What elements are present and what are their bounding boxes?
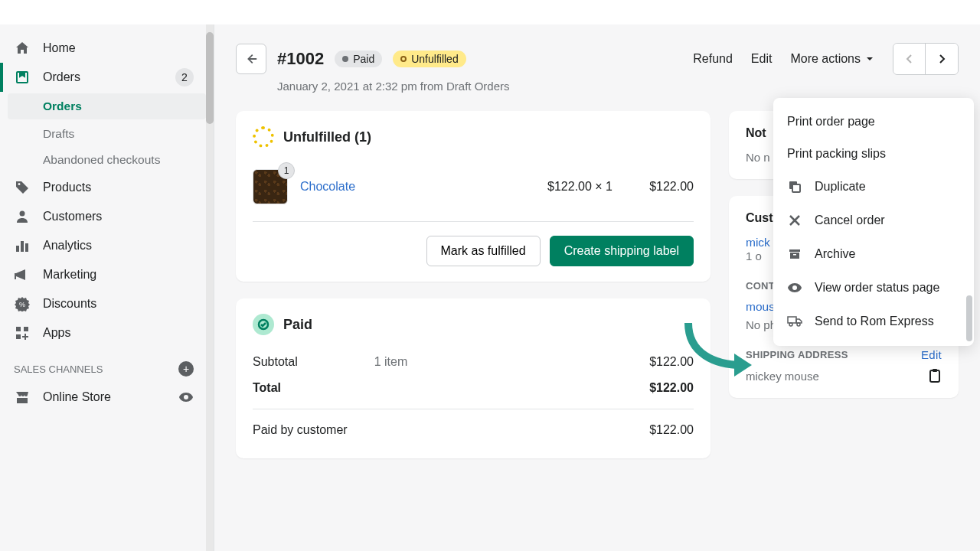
unfulfilled-title: Unfulfilled (1) <box>283 129 371 145</box>
svg-rect-13 <box>933 369 937 372</box>
eye-icon <box>787 280 802 295</box>
sidebar-item-label: Marketing <box>43 268 96 282</box>
paid-badge: Paid <box>335 51 382 67</box>
svg-point-21 <box>797 323 800 326</box>
close-icon <box>787 213 802 228</box>
sidebar-item-marketing[interactable]: Marketing <box>0 260 214 289</box>
svg-point-1 <box>20 211 25 217</box>
svg-point-20 <box>789 323 792 326</box>
discount-icon: % <box>14 295 31 312</box>
tag-icon <box>14 179 31 196</box>
svg-rect-8 <box>16 334 21 339</box>
dropdown-print-order[interactable]: Print order page <box>773 106 974 138</box>
sidebar-item-label: Discounts <box>43 297 96 311</box>
svg-rect-2 <box>16 246 19 252</box>
create-shipping-label-button[interactable]: Create shipping label <box>550 236 694 266</box>
grid-icon <box>14 324 31 341</box>
home-icon <box>14 40 31 57</box>
truck-icon <box>787 314 802 329</box>
unit-price: $122.00 × 1 <box>547 180 612 194</box>
sidebar-item-discounts[interactable]: % Discounts <box>0 289 214 318</box>
paid-by-row: Paid by customer $122.00 <box>253 409 694 443</box>
sidebar-item-products[interactable]: Products <box>0 173 214 202</box>
svg-rect-16 <box>789 249 800 252</box>
megaphone-icon <box>14 266 31 283</box>
line-total: $122.00 <box>625 180 694 194</box>
sidebar-item-label: Orders <box>43 70 80 84</box>
dropdown-view-status[interactable]: View order status page <box>773 271 974 305</box>
unfulfilled-card: Unfulfilled (1) 1 Chocolate $122.00 × 1 … <box>236 111 710 282</box>
sidebar: Home Orders 2 Orders Drafts Abandoned ch… <box>0 24 214 551</box>
sidebar-item-analytics[interactable]: Analytics <box>0 231 214 260</box>
sidebar-sub-drafts[interactable]: Drafts <box>0 121 214 147</box>
add-channel-icon[interactable]: + <box>178 361 194 377</box>
order-timestamp: January 2, 2021 at 2:32 pm from Draft Or… <box>277 80 959 93</box>
eye-icon[interactable] <box>178 390 194 405</box>
bars-icon <box>14 237 31 254</box>
store-icon <box>14 389 31 406</box>
shipping-edit-link[interactable]: Edit <box>921 348 942 361</box>
qty-badge: 1 <box>278 162 295 179</box>
sidebar-item-label: Products <box>43 181 91 194</box>
shipping-name: mickey mouse <box>746 370 819 383</box>
svg-rect-12 <box>930 370 939 382</box>
svg-rect-6 <box>16 327 21 331</box>
sidebar-item-online-store[interactable]: Online Store <box>0 383 214 412</box>
orders-icon <box>14 69 31 86</box>
more-actions-dropdown: Print order page Print packing slips Dup… <box>773 98 974 346</box>
paid-card: Paid Subtotal 1 item $122.00 Total $122.… <box>236 298 710 458</box>
svg-text:%: % <box>19 301 25 308</box>
order-number: #1002 <box>277 49 324 69</box>
svg-rect-3 <box>21 241 24 252</box>
refund-action[interactable]: Refund <box>693 52 733 66</box>
dropdown-scrollbar[interactable] <box>966 103 972 341</box>
sidebar-item-label: Apps <box>43 326 70 340</box>
line-item: 1 Chocolate $122.00 × 1 $122.00 <box>253 161 694 222</box>
sidebar-item-apps[interactable]: Apps <box>0 318 214 347</box>
order-header: #1002 Paid Unfulfilled Refund Edit More … <box>236 43 959 75</box>
back-button[interactable] <box>236 44 266 74</box>
total-row: Total $122.00 <box>253 375 694 401</box>
svg-rect-7 <box>24 327 28 331</box>
svg-rect-15 <box>792 184 800 192</box>
svg-rect-4 <box>25 243 28 252</box>
sidebar-sub-abandoned[interactable]: Abandoned checkouts <box>0 147 214 173</box>
paid-title: Paid <box>283 317 312 333</box>
sidebar-scrollbar[interactable] <box>206 24 214 551</box>
svg-rect-18 <box>793 254 796 256</box>
svg-rect-17 <box>790 253 799 259</box>
unfulfilled-status-icon <box>253 126 274 148</box>
sidebar-item-label: Online Store <box>43 390 111 404</box>
subtotal-row: Subtotal 1 item $122.00 <box>253 349 694 375</box>
person-icon <box>14 208 31 225</box>
dropdown-cancel-order[interactable]: Cancel order <box>773 204 974 237</box>
sidebar-item-label: Customers <box>43 210 102 223</box>
next-order-button[interactable] <box>926 44 958 74</box>
main-content: #1002 Paid Unfulfilled Refund Edit More … <box>214 24 980 551</box>
dropdown-duplicate[interactable]: Duplicate <box>773 170 974 204</box>
dropdown-print-packing[interactable]: Print packing slips <box>773 138 974 170</box>
sidebar-item-label: Analytics <box>43 239 92 253</box>
mark-fulfilled-button[interactable]: Mark as fulfilled <box>426 236 541 266</box>
dropdown-archive[interactable]: Archive <box>773 237 974 271</box>
more-actions-button[interactable]: More actions <box>790 52 874 66</box>
clipboard-icon[interactable] <box>929 369 942 383</box>
orders-badge: 2 <box>175 68 194 86</box>
sales-channels-heading: SALES CHANNELS + <box>0 347 214 383</box>
product-name-link[interactable]: Chocolate <box>300 180 535 194</box>
svg-rect-19 <box>788 317 796 323</box>
duplicate-icon <box>787 179 802 194</box>
unfulfilled-badge: Unfulfilled <box>393 51 466 67</box>
sidebar-item-orders[interactable]: Orders 2 <box>0 63 214 92</box>
edit-action[interactable]: Edit <box>751 52 773 66</box>
product-thumbnail[interactable]: 1 <box>253 169 288 204</box>
shipping-address-heading: SHIPPING ADDRESS Edit <box>746 348 942 361</box>
paid-status-icon <box>253 314 274 335</box>
dropdown-send-rom-express[interactable]: Send to Rom Express <box>773 305 974 338</box>
prev-order-button[interactable] <box>893 44 926 74</box>
sidebar-item-home[interactable]: Home <box>0 34 214 63</box>
header-actions: Refund Edit More actions <box>693 43 959 75</box>
sidebar-item-customers[interactable]: Customers <box>0 202 214 231</box>
sidebar-sub-orders[interactable]: Orders <box>8 93 206 119</box>
order-pager <box>893 43 959 75</box>
